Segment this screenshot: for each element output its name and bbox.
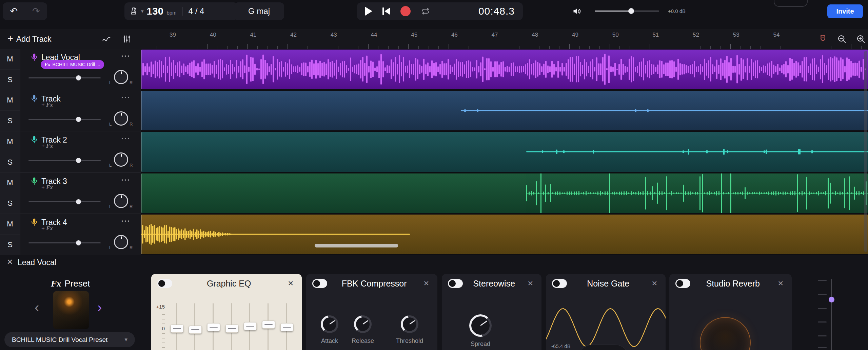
preset-thumbnail[interactable] [53, 291, 89, 329]
audio-region[interactable] [141, 173, 868, 213]
effect-close-button[interactable]: ✕ [649, 279, 659, 288]
audio-region[interactable] [141, 215, 868, 254]
eq-band-handle[interactable] [207, 323, 220, 331]
volume-slider[interactable] [595, 11, 659, 12]
track-volume-slider[interactable] [28, 242, 101, 243]
pan-knob[interactable] [114, 152, 128, 167]
threshold-knob[interactable] [401, 315, 418, 333]
collaborators-pill-partial[interactable] [774, 0, 808, 7]
audio-region[interactable] [141, 50, 868, 89]
time-signature-button[interactable]: 4 / 4 [189, 6, 204, 16]
track-menu-button[interactable]: ⋯ [121, 215, 131, 226]
solo-button[interactable]: S [0, 70, 20, 90]
track-volume-knob[interactable] [76, 199, 81, 204]
mute-button[interactable]: M [0, 173, 20, 194]
redo-button[interactable]: ↷ [29, 5, 43, 17]
attack-knob[interactable] [321, 315, 338, 333]
pan-knob[interactable] [114, 70, 128, 84]
skip-to-start-button[interactable] [382, 7, 390, 15]
effect-power-toggle[interactable] [157, 279, 172, 288]
track-menu-button[interactable]: ⋯ [121, 50, 131, 61]
audio-region[interactable] [141, 132, 868, 172]
zoom-out-icon[interactable] [837, 34, 847, 44]
magnet-snap-icon[interactable] [818, 34, 828, 44]
preset-dropdown[interactable]: BCHILL MUSIC Drill Vocal Preset ▾ [4, 332, 135, 347]
effect-power-toggle[interactable] [552, 279, 567, 288]
preset-title: FxPreset [51, 278, 90, 289]
effect-close-button[interactable]: ✕ [421, 279, 431, 288]
pan-knob[interactable] [114, 235, 128, 249]
add-track-button[interactable]: + Add Track [5, 33, 53, 45]
effect-power-toggle[interactable] [312, 279, 327, 288]
volume-slider-knob[interactable] [628, 8, 634, 14]
eq-band-handle[interactable] [244, 322, 257, 330]
add-fx-button[interactable]: +Fx [41, 102, 53, 108]
add-fx-button[interactable]: +Fx [41, 184, 53, 191]
release-knob[interactable] [354, 315, 372, 333]
eq-band-handle[interactable] [280, 323, 293, 331]
spread-knob[interactable] [469, 314, 492, 337]
solo-button[interactable]: S [0, 235, 20, 255]
track-volume-knob[interactable] [76, 75, 81, 80]
add-fx-button[interactable]: +Fx [41, 143, 53, 149]
pan-knob[interactable] [114, 194, 128, 208]
effect-close-button[interactable]: ✕ [525, 279, 535, 288]
automation-icon[interactable] [102, 34, 111, 44]
speaker-icon[interactable] [572, 6, 582, 16]
effect-power-toggle[interactable] [448, 279, 463, 288]
loop-icon[interactable] [421, 6, 430, 16]
track-header[interactable]: Track 3⋯+FxLR [20, 173, 141, 214]
track-header[interactable]: Lead Vocal⋯FxBCHILL MUSIC Drill ...LR [20, 49, 141, 90]
track-fx-preset-badge[interactable]: FxBCHILL MUSIC Drill ... [41, 60, 104, 69]
track-volume-slider[interactable] [28, 119, 101, 120]
add-fx-button[interactable]: +Fx [41, 225, 53, 232]
effect-power-toggle[interactable] [675, 279, 690, 288]
close-panel-button[interactable]: ✕ [5, 257, 15, 267]
master-fader-knob[interactable] [829, 297, 834, 302]
track-menu-button[interactable]: ⋯ [121, 174, 131, 185]
preset-next-button[interactable]: › [95, 299, 104, 315]
mute-button[interactable]: M [0, 131, 20, 152]
master-fader[interactable] [831, 279, 832, 350]
vertical-scrollbar[interactable] [864, 51, 867, 252]
key-button[interactable]: G maj [234, 2, 284, 20]
preset-previous-button[interactable]: ‹ [33, 299, 41, 315]
record-button[interactable] [400, 6, 411, 16]
play-button[interactable] [365, 7, 372, 16]
track-header[interactable]: Track 2⋯+FxLR [20, 131, 141, 173]
eq-band-handle[interactable] [262, 320, 275, 329]
track-header[interactable]: Track⋯+FxLR [20, 90, 141, 132]
eq-band-handle[interactable] [225, 325, 238, 333]
track-volume-knob[interactable] [76, 158, 81, 163]
timeline-ruler[interactable]: 39404142434445464748495051525354 [141, 29, 868, 49]
track-volume-slider[interactable] [28, 201, 101, 202]
eq-band-handle[interactable] [189, 326, 202, 334]
effect-close-button[interactable]: ✕ [285, 279, 296, 288]
track-menu-button[interactable]: ⋯ [121, 133, 131, 144]
mute-button[interactable]: M [0, 90, 20, 111]
invite-button[interactable]: Invite [827, 4, 863, 18]
track-menu-button[interactable]: ⋯ [121, 92, 131, 103]
effect-close-button[interactable]: ✕ [775, 279, 786, 288]
track-volume-slider[interactable] [28, 160, 101, 161]
undo-button[interactable]: ↶ [7, 5, 20, 17]
solo-button[interactable]: S [0, 193, 20, 214]
track-header[interactable]: Track 4⋯+FxLR [20, 214, 141, 255]
eq-band-handle[interactable] [171, 325, 183, 333]
pan-knob[interactable] [114, 111, 128, 126]
horizontal-scrollbar[interactable] [315, 244, 398, 247]
solo-button[interactable]: S [0, 152, 20, 173]
track-volume-knob[interactable] [76, 117, 81, 122]
metronome-icon[interactable] [129, 7, 138, 16]
mute-button[interactable]: M [0, 214, 20, 235]
zoom-in-icon[interactable] [856, 34, 866, 44]
track-volume-knob[interactable] [76, 240, 81, 245]
track-volume-slider[interactable] [28, 77, 101, 78]
bpm-value[interactable]: 130 [147, 6, 164, 17]
chevron-down-icon[interactable]: ▾ [141, 8, 144, 14]
mute-button[interactable]: M [0, 49, 20, 70]
solo-button[interactable]: S [0, 111, 20, 131]
mixer-icon[interactable] [122, 34, 132, 44]
audio-region[interactable] [141, 91, 868, 131]
chevron-down-icon: ▾ [124, 336, 127, 343]
